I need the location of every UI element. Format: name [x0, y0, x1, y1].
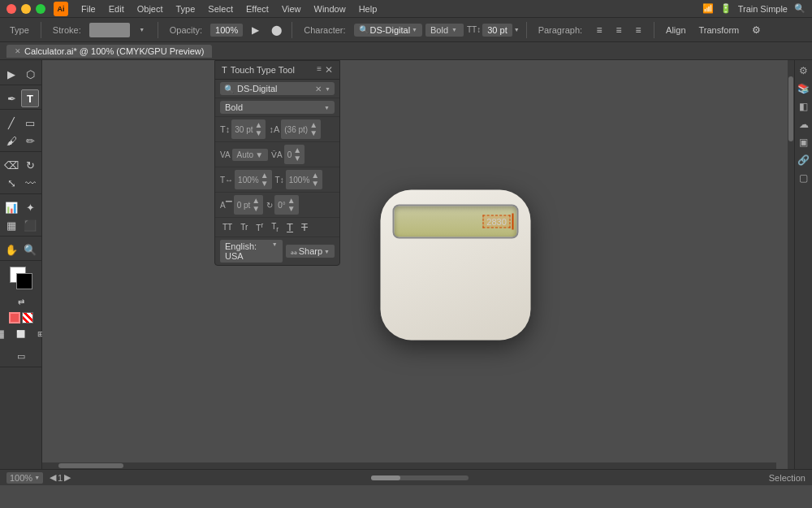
scale-tool[interactable]: ⤡: [2, 174, 20, 192]
color-wheel-icon[interactable]: ⬤: [267, 21, 285, 39]
links-btn[interactable]: 🔗: [797, 153, 811, 167]
panel-close-btn[interactable]: ✕: [325, 64, 333, 76]
h-scale-down[interactable]: ▼: [261, 180, 269, 188]
strikethrough-icon[interactable]: T: [299, 220, 310, 234]
no-color-btn[interactable]: [22, 312, 33, 323]
close-button[interactable]: [6, 4, 16, 14]
anti-alias-dropdown[interactable]: ₐₐ Sharp ▼: [286, 245, 335, 258]
font-size-box[interactable]: 30 pt ▲ ▼: [231, 119, 266, 139]
libraries-btn[interactable]: 📚: [797, 81, 811, 96]
align-right-icon[interactable]: ≡: [629, 21, 647, 39]
v-scrollbar-thumb[interactable]: [788, 76, 793, 141]
search-icon[interactable]: 🔍: [794, 3, 806, 14]
direct-selection-tool[interactable]: ⬡: [21, 65, 39, 83]
column-graph-tool[interactable]: ▦: [2, 216, 20, 234]
tracking-down[interactable]: ▼: [293, 154, 301, 163]
tab-close-button[interactable]: ✕: [15, 47, 21, 55]
menu-select[interactable]: Select: [201, 2, 240, 15]
calc-display[interactable]: 2830: [393, 204, 519, 238]
pen-tool[interactable]: ✒: [2, 89, 20, 107]
artboard-btn[interactable]: ▢: [797, 171, 811, 185]
next-page-btn[interactable]: ▶: [64, 472, 71, 483]
size-down-arrow[interactable]: ▼: [254, 129, 262, 137]
assets-btn[interactable]: ▣: [797, 135, 811, 150]
tracking-box[interactable]: 0 ▲ ▼: [284, 145, 304, 164]
search-chevron[interactable]: ▼: [325, 86, 330, 92]
baseline-box[interactable]: 0 pt ▲ ▼: [234, 195, 264, 215]
cc-libraries-btn[interactable]: ☁: [797, 117, 811, 132]
warp-tool[interactable]: 〰: [21, 174, 39, 192]
menu-edit[interactable]: Edit: [102, 2, 131, 15]
h-scrollbar-thumb[interactable]: [58, 463, 123, 468]
menu-window[interactable]: Window: [308, 2, 352, 15]
menu-file[interactable]: File: [75, 2, 102, 15]
properties-panel-btn[interactable]: ⚙: [797, 63, 811, 78]
stroke-swatch[interactable]: [16, 273, 32, 289]
subscript-icon[interactable]: Tr: [269, 221, 281, 234]
menu-effect[interactable]: Effect: [240, 2, 275, 15]
leading-box[interactable]: (36 pt) ▲ ▼: [281, 119, 321, 139]
transform-more-icon[interactable]: ⚙: [747, 21, 765, 39]
pencil-tool[interactable]: ✏: [21, 132, 39, 150]
no-fill-icon[interactable]: ⬜: [12, 325, 30, 343]
horizontal-scrollbar[interactable]: [42, 462, 776, 469]
font-style-dropdown[interactable]: Bold ▼: [425, 24, 464, 37]
rect-tool[interactable]: ▭: [21, 114, 39, 132]
rotation-down[interactable]: ▼: [287, 205, 296, 213]
language-dropdown[interactable]: English: USA ▼: [220, 240, 283, 263]
menu-help[interactable]: Help: [352, 2, 384, 15]
align-center-icon[interactable]: ≡: [610, 21, 628, 39]
font-style-dropdown[interactable]: Bold ▼: [220, 101, 335, 114]
color-mode-btn[interactable]: [9, 312, 20, 323]
gradient-icon[interactable]: ▓: [0, 325, 11, 343]
font-dropdown[interactable]: 🔍 DS-Digital ▼: [354, 24, 422, 37]
panel-collapse-btn[interactable]: ≡: [317, 64, 322, 76]
font-size-value[interactable]: 30 pt: [482, 24, 512, 37]
clear-search-btn[interactable]: ✕: [315, 85, 322, 93]
small-caps-icon[interactable]: Tr: [238, 222, 250, 232]
screen-mode-btn[interactable]: ▭: [12, 347, 30, 365]
selection-tool[interactable]: ▶: [2, 65, 20, 83]
style-drop-chevron: ▼: [324, 105, 330, 111]
art-brush-tool[interactable]: ⬛: [21, 216, 39, 234]
underline-icon[interactable]: T: [284, 220, 296, 234]
minimize-button[interactable]: [21, 4, 31, 14]
zoom-dropdown[interactable]: 100% ▼: [6, 472, 43, 484]
opacity-value[interactable]: 100%: [210, 24, 243, 37]
zoom-tool[interactable]: 🔍: [21, 241, 39, 258]
eraser-tool[interactable]: ⌫: [2, 156, 20, 174]
rotate-tool[interactable]: ↻: [21, 156, 39, 174]
h-scale-box[interactable]: 100% ▲ ▼: [235, 170, 271, 189]
progress-fill: [371, 475, 400, 480]
v-scale-down[interactable]: ▼: [311, 180, 319, 188]
vertical-scrollbar[interactable]: [788, 60, 794, 469]
menu-type[interactable]: Type: [170, 2, 202, 15]
layers-btn[interactable]: ◧: [797, 99, 811, 114]
type-tool active[interactable]: T: [21, 89, 39, 107]
hand-tool[interactable]: ✋: [2, 241, 20, 258]
menu-view[interactable]: View: [275, 2, 308, 15]
line-tool[interactable]: ╱: [2, 114, 20, 132]
align-left-icon[interactable]: ≡: [590, 21, 608, 39]
superscript-icon[interactable]: Tr: [253, 220, 266, 233]
paint-brush-tool[interactable]: 🖌: [2, 132, 20, 150]
anti-alias-value: Sharp: [299, 246, 322, 256]
opacity-more[interactable]: ▶: [246, 21, 264, 39]
kerning-dropdown[interactable]: Auto ▼: [232, 149, 268, 161]
font-search-input[interactable]: [237, 84, 312, 93]
v-scale-box[interactable]: 100% ▲ ▼: [286, 170, 322, 189]
graph-tool[interactable]: 📊: [2, 198, 20, 216]
swap-icon[interactable]: ⇄: [12, 293, 30, 310]
baseline-down[interactable]: ▼: [252, 205, 260, 213]
panel-header[interactable]: T Touch Type Tool ≡ ✕: [215, 61, 339, 80]
all-caps-icon[interactable]: TT: [220, 222, 235, 232]
maximize-button[interactable]: [36, 4, 45, 14]
leading-down[interactable]: ▼: [309, 129, 317, 137]
document-tab[interactable]: ✕ Calculator.ai* @ 100% (CMYK/GPU Previe…: [6, 45, 212, 58]
menu-object[interactable]: Object: [131, 2, 170, 15]
stroke-color-box[interactable]: [89, 23, 130, 37]
stroke-dropdown[interactable]: ▼: [133, 21, 151, 39]
rotation-box[interactable]: 0° ▲ ▼: [274, 195, 298, 215]
prev-page-btn[interactable]: ◀: [50, 472, 56, 483]
symbol-tool[interactable]: ✦: [21, 198, 39, 216]
